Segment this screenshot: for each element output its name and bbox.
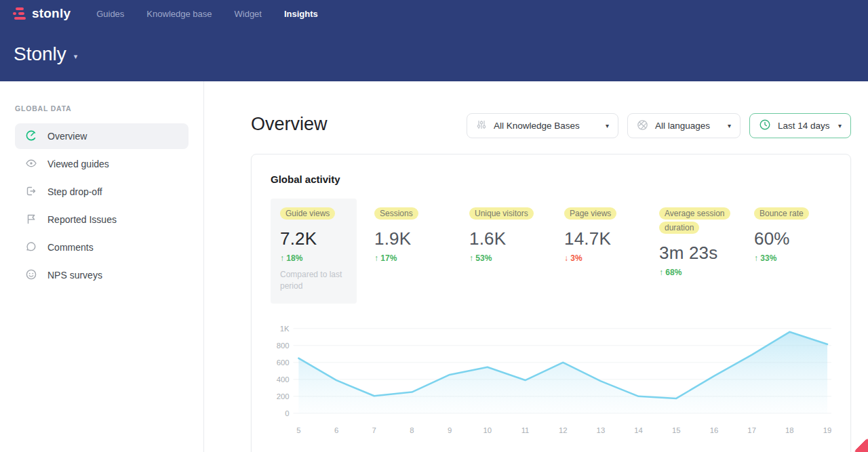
- svg-text:1K: 1K: [280, 325, 290, 333]
- chevron-down-icon: ▾: [74, 52, 78, 61]
- svg-text:14: 14: [634, 426, 643, 434]
- metric-label: Average session duration: [659, 207, 730, 234]
- svg-text:11: 11: [521, 426, 530, 434]
- metric-value: 3m 23s: [659, 243, 736, 264]
- metric-value: 1.6K: [469, 228, 547, 249]
- metric-sessions[interactable]: Sessions 1.9K ↑ 17%: [374, 199, 452, 263]
- svg-text:15: 15: [672, 426, 681, 434]
- metric-value: 1.9K: [374, 228, 452, 249]
- nav-item-widget[interactable]: Widget: [235, 9, 262, 19]
- metric-label: Page views: [564, 207, 616, 220]
- trend-arrow-icon: ↑: [754, 253, 758, 263]
- metric-value: 14.7K: [564, 228, 642, 249]
- svg-text:19: 19: [823, 426, 831, 434]
- metric-avg-session-duration[interactable]: Average session duration 3m 23s ↑ 68%: [659, 199, 736, 277]
- metric-delta: ↑ 68%: [659, 268, 736, 277]
- metric-guide-views[interactable]: Guide views 7.2K ↑ 18% Compared to last …: [271, 199, 357, 304]
- stonly-logo[interactable]: stonly: [12, 6, 71, 21]
- filter-label: All languages: [655, 121, 710, 131]
- trend-arrow-icon: ↑: [280, 253, 284, 263]
- metric-label: Unique visitors: [469, 207, 534, 220]
- global-activity-chart: 02004006008001K5678910111213141516171819: [271, 320, 831, 443]
- global-activity-card: Global activity Guide views 7.2K ↑ 18% C…: [251, 154, 851, 452]
- metrics-row: Guide views 7.2K ↑ 18% Compared to last …: [271, 199, 831, 304]
- metric-delta: ↑ 33%: [754, 253, 831, 263]
- svg-text:7: 7: [372, 426, 376, 434]
- sidebar-item-label: Viewed guides: [47, 159, 109, 169]
- metric-page-views[interactable]: Page views 14.7K ↓ 3%: [564, 199, 642, 263]
- filters-bar: All Knowledge Bases ▾ All languages ▾ La…: [467, 113, 851, 138]
- metric-bounce-rate[interactable]: Bounce rate 60% ↑ 33%: [754, 199, 831, 263]
- sidebar-item-viewed-guides[interactable]: Viewed guides: [15, 151, 189, 177]
- chevron-down-icon: ▾: [838, 122, 842, 129]
- card-title: Global activity: [271, 173, 831, 185]
- smiley-icon: [25, 268, 37, 283]
- sidebar-item-label: Comments: [47, 242, 94, 253]
- sidebar: GLOBAL DATA Overview Viewed guides Step …: [0, 81, 204, 452]
- sliders-icon: [476, 119, 487, 132]
- app-header: stonly Guides Knowledge base Widget Insi…: [0, 0, 868, 81]
- metric-unique-visitors[interactable]: Unique visitors 1.6K ↑ 53%: [469, 199, 547, 263]
- top-navigation: stonly Guides Knowledge base Widget Insi…: [0, 0, 868, 27]
- nav-item-insights[interactable]: Insights: [284, 9, 318, 19]
- filter-label: All Knowledge Bases: [494, 121, 580, 131]
- sidebar-item-comments[interactable]: Comments: [15, 234, 189, 260]
- metric-label: Guide views: [280, 207, 335, 220]
- svg-text:10: 10: [484, 426, 492, 434]
- metric-delta: ↑ 53%: [469, 253, 547, 263]
- trend-arrow-icon: ↑: [469, 253, 473, 263]
- eye-icon: [25, 157, 37, 171]
- clock-icon: [759, 119, 771, 133]
- svg-text:16: 16: [710, 426, 719, 434]
- knowledge-base-filter-dropdown[interactable]: All Knowledge Bases ▾: [467, 113, 618, 138]
- svg-text:5: 5: [296, 426, 300, 434]
- sidebar-item-overview[interactable]: Overview: [15, 123, 189, 149]
- metric-label: Sessions: [374, 207, 418, 220]
- svg-text:8: 8: [410, 426, 414, 434]
- workspace-selector[interactable]: Stonly ▾: [0, 27, 868, 65]
- sidebar-item-label: Step drop-off: [47, 186, 102, 197]
- brand-name: stonly: [32, 6, 71, 21]
- svg-text:9: 9: [448, 426, 452, 434]
- activity-chart-area: 02004006008001K5678910111213141516171819: [271, 320, 831, 443]
- sidebar-item-nps-surveys[interactable]: NPS surveys: [15, 262, 189, 288]
- filter-label: Last 14 days: [778, 121, 830, 131]
- language-filter-dropdown[interactable]: All languages ▾: [627, 113, 741, 138]
- sidebar-item-label: Overview: [47, 131, 87, 142]
- metric-label: Bounce rate: [754, 207, 809, 220]
- date-range-filter-dropdown[interactable]: Last 14 days ▾: [749, 113, 851, 138]
- stonly-logo-icon: [12, 7, 27, 20]
- sidebar-item-reported-issues[interactable]: Reported Issues: [15, 207, 189, 232]
- page-title: Overview: [251, 114, 328, 135]
- metric-value: 7.2K: [280, 228, 347, 249]
- svg-text:18: 18: [785, 426, 794, 434]
- svg-text:0: 0: [285, 409, 289, 417]
- svg-text:12: 12: [559, 426, 568, 434]
- globe-icon: [637, 119, 648, 133]
- metric-value: 60%: [754, 228, 831, 249]
- sidebar-item-label: Reported Issues: [47, 214, 117, 225]
- step-exit-icon: [25, 185, 37, 199]
- chevron-down-icon: ▾: [606, 122, 609, 129]
- svg-text:17: 17: [747, 426, 756, 434]
- nav-item-guides[interactable]: Guides: [96, 9, 124, 19]
- comment-icon: [25, 241, 37, 255]
- metric-note: Compared to last period: [280, 269, 347, 293]
- flag-icon: [25, 213, 37, 227]
- metric-delta: ↑ 17%: [374, 253, 452, 263]
- workspace-title: Stonly: [14, 43, 66, 65]
- sidebar-section-label: GLOBAL DATA: [15, 104, 203, 112]
- sidebar-item-step-drop-off[interactable]: Step drop-off: [15, 179, 189, 205]
- trend-arrow-icon: ↑: [659, 268, 663, 277]
- svg-text:200: 200: [277, 392, 290, 400]
- metric-delta: ↓ 3%: [564, 253, 642, 263]
- chevron-down-icon: ▾: [728, 122, 731, 129]
- trend-arrow-icon: ↑: [374, 253, 378, 263]
- sidebar-item-label: NPS surveys: [47, 270, 102, 281]
- trend-arrow-icon: ↓: [564, 253, 568, 263]
- svg-text:13: 13: [597, 426, 606, 434]
- svg-text:6: 6: [334, 426, 338, 434]
- svg-text:400: 400: [277, 375, 290, 384]
- nav-item-knowledge-base[interactable]: Knowledge base: [146, 9, 212, 19]
- svg-text:600: 600: [277, 358, 290, 367]
